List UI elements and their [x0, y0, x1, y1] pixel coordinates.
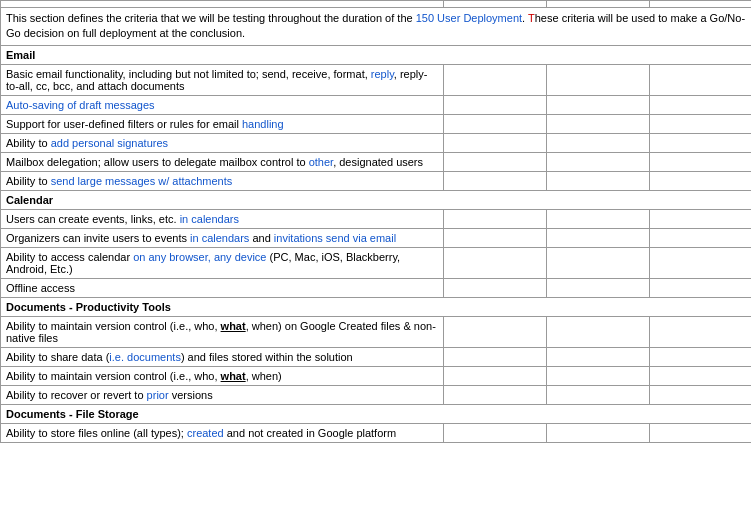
row-date	[650, 152, 752, 171]
row-notes	[444, 247, 547, 278]
row-date	[650, 316, 752, 347]
row-status	[547, 316, 650, 347]
row-notes	[444, 133, 547, 152]
row-notes	[444, 385, 547, 404]
row-notes	[444, 114, 547, 133]
row-date	[650, 385, 752, 404]
row-application: Ability to add personal signatures	[1, 133, 444, 152]
row-application: Ability to send large messages w/ attach…	[1, 171, 444, 190]
row-notes	[444, 209, 547, 228]
row-status	[547, 385, 650, 404]
row-notes	[444, 95, 547, 114]
row-status	[547, 114, 650, 133]
row-notes	[444, 152, 547, 171]
row-status	[547, 209, 650, 228]
row-date	[650, 114, 752, 133]
row-date	[650, 209, 752, 228]
row-date	[650, 347, 752, 366]
section-header: Email	[1, 45, 752, 64]
row-application: Ability to share data (i.e. documents) a…	[1, 347, 444, 366]
row-application: Basic email functionality, including but…	[1, 64, 444, 95]
row-status	[547, 423, 650, 442]
row-status	[547, 95, 650, 114]
row-application: Auto-saving of draft messages	[1, 95, 444, 114]
row-status	[547, 347, 650, 366]
row-status	[547, 278, 650, 297]
row-application: Ability to maintain version control (i.e…	[1, 316, 444, 347]
row-date	[650, 171, 752, 190]
row-date	[650, 423, 752, 442]
header-date	[650, 1, 752, 8]
criteria-table: This section defines the criteria that w…	[0, 0, 751, 443]
header-notes	[444, 1, 547, 8]
section-header: Documents - Productivity Tools	[1, 297, 752, 316]
row-date	[650, 133, 752, 152]
row-status	[547, 366, 650, 385]
row-application: Ability to access calendar on any browse…	[1, 247, 444, 278]
row-notes	[444, 423, 547, 442]
row-status	[547, 133, 650, 152]
row-application: Mailbox delegation; allow users to deleg…	[1, 152, 444, 171]
row-application: Support for user-defined filters or rule…	[1, 114, 444, 133]
intro-text: This section defines the criteria that w…	[1, 8, 752, 46]
row-notes	[444, 228, 547, 247]
row-date	[650, 366, 752, 385]
row-notes	[444, 64, 547, 95]
row-status	[547, 247, 650, 278]
row-date	[650, 278, 752, 297]
row-application: Ability to store files online (all types…	[1, 423, 444, 442]
row-date	[650, 95, 752, 114]
row-notes	[444, 278, 547, 297]
row-status	[547, 171, 650, 190]
row-status	[547, 228, 650, 247]
header-status	[547, 1, 650, 8]
row-application: Offline access	[1, 278, 444, 297]
section-header: Documents - File Storage	[1, 404, 752, 423]
row-date	[650, 64, 752, 95]
row-status	[547, 64, 650, 95]
row-date	[650, 247, 752, 278]
row-notes	[444, 366, 547, 385]
row-application: Organizers can invite users to events in…	[1, 228, 444, 247]
row-application: Users can create events, links, etc. in …	[1, 209, 444, 228]
row-date	[650, 228, 752, 247]
row-notes	[444, 316, 547, 347]
header-application	[1, 1, 444, 8]
row-application: Ability to recover or revert to prior ve…	[1, 385, 444, 404]
row-application: Ability to maintain version control (i.e…	[1, 366, 444, 385]
row-notes	[444, 347, 547, 366]
row-status	[547, 152, 650, 171]
row-notes	[444, 171, 547, 190]
section-header: Calendar	[1, 190, 752, 209]
